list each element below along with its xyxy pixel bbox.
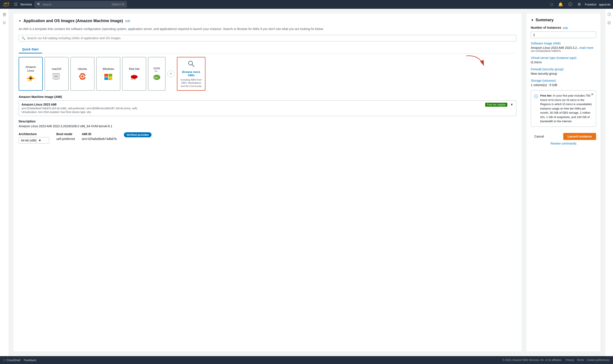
amazon-linux-logo: aws [26, 75, 36, 82]
ami-card-label-redhat: Red Hat [129, 67, 139, 71]
ami-section: ▼ Application and OS Images (Amazon Mach… [13, 13, 522, 352]
ami-grid: AmazonLinux aws [19, 57, 516, 91]
terms-link[interactable]: Terms [577, 359, 584, 362]
ami-selector-label: Amazon Machine Image (AMI) [19, 95, 516, 99]
verified-provider-badge: Verified provider [124, 132, 152, 137]
instances-input[interactable] [531, 32, 596, 38]
instance-type-row: Virtual server type (instance type) t2.m… [531, 56, 596, 64]
feedback-button[interactable]: Feedback [24, 359, 36, 362]
svg-text:aws: aws [28, 79, 31, 81]
search-input[interactable] [42, 3, 110, 6]
section-info-link[interactable]: Info [125, 19, 130, 23]
boot-mode-label: Boot mode [56, 132, 75, 136]
ami-card-ubuntu[interactable]: Ubuntu ubuntu ® [70, 57, 95, 91]
svg-text:SUSE: SUSE [154, 77, 158, 78]
ami-search-icon: 🔍 [22, 36, 25, 40]
svg-rect-7 [53, 73, 60, 74]
aws-logo[interactable] [3, 2, 11, 7]
summary-title: Summary [536, 18, 554, 22]
search-icon: 🔍 [37, 3, 41, 6]
ubuntu-logo: ubuntu ® [77, 73, 88, 80]
read-more-link[interactable]: read more [579, 46, 594, 50]
ami-card-label-windows: Windows [103, 67, 114, 71]
help-icon[interactable]: ⓘ [568, 2, 572, 7]
ami-card-macos[interactable]: macOS Mac [44, 57, 69, 91]
launch-instance-button[interactable]: Launch instance [563, 133, 596, 140]
software-image-label[interactable]: Software Image (AMI) [531, 42, 596, 45]
account-menu[interactable]: appcircle [599, 3, 610, 6]
architecture-value: 64-bit (x86) [21, 139, 37, 142]
firewall-label[interactable]: Firewall (security group) [531, 67, 596, 71]
ami-id-item: AMI ID ami-025a6a5beb74db87b [82, 132, 117, 141]
region-selector[interactable]: Frankfurt [585, 3, 596, 6]
software-image-id: ami-025a6a5beb74db87b [531, 50, 596, 52]
browse-more-amis-card[interactable]: Browse more AMIs Including AMIs from AWS… [177, 57, 205, 91]
review-commands-link[interactable]: Review commands [531, 142, 596, 145]
search-shortcut: [Option+S] [112, 3, 124, 6]
svg-text:Microsoft: Microsoft [105, 79, 110, 80]
copyright-text: © 2024, Amazon Web Services, Inc. or its… [503, 359, 562, 362]
ami-card-amazon-linux[interactable]: AmazonLinux aws [19, 57, 43, 91]
cloudshell-icon[interactable]: □ [550, 2, 553, 7]
windows-logo: Microsoft [103, 73, 114, 80]
boot-mode-item: Boot mode uefi-preferred [56, 132, 75, 141]
location-sidebar-icon[interactable]: ◱ [608, 20, 611, 25]
ami-card-label: AmazonLinux [26, 65, 36, 73]
verified-provider-item: Verified provider [124, 132, 152, 138]
svg-rect-19 [104, 74, 108, 77]
privacy-link[interactable]: Privacy [566, 359, 574, 362]
storage-label[interactable]: Storage (volumes) [531, 79, 596, 82]
cloudshell-label: CloudShell [7, 359, 20, 362]
section-header: ▼ Application and OS Images (Amazon Mach… [19, 19, 516, 23]
settings-icon[interactable]: ⚙ [577, 2, 581, 7]
instances-row: Number of instances Info [531, 26, 596, 38]
cloudshell-icon: □ [3, 359, 5, 362]
instance-type-label[interactable]: Virtual server type (instance type) [531, 56, 596, 60]
search-bar[interactable]: 🔍 [Option+S] [35, 1, 127, 7]
summary-panel: ▼ Summary Number of instances Info Softw… [526, 13, 601, 352]
right-sidebar: ⓘ ◱ [605, 9, 613, 356]
browse-more-title: Browse more AMIs [180, 70, 202, 77]
svg-point-13 [81, 75, 83, 78]
services-nav[interactable]: Services [20, 3, 32, 6]
ami-card-windows[interactable]: Windows Microsoft [96, 57, 120, 91]
grid-icon[interactable]: ☷ [14, 2, 17, 7]
action-buttons: Cancel Launch instance [531, 130, 596, 140]
ami-dropdown[interactable]: Amazon Linux 2023 AMI ami-025a6a5beb74db… [19, 100, 516, 116]
instances-label: Number of instances [531, 26, 561, 29]
menu-toggle-button[interactable]: ☰ [3, 12, 6, 17]
svg-rect-10 [53, 79, 59, 80]
scroll-right-button[interactable]: > [167, 70, 174, 77]
sidebar-toggle: ☰ ◱ [0, 9, 9, 356]
cloudshell-button[interactable]: □ CloudShell [3, 359, 20, 362]
instances-info-link[interactable]: Info [563, 26, 568, 30]
svg-text:®: ® [83, 78, 84, 80]
content-area: ▼ Application and OS Images (Amazon Mach… [9, 9, 605, 356]
architecture-item: Architecture 64-bit (x86) ▼ [19, 132, 49, 144]
architecture-select[interactable]: 64-bit (x86) ▼ [19, 137, 49, 144]
ami-card-label-suse: SUSELi... [153, 67, 160, 72]
free-tier-badge: Free tier eligible [485, 103, 507, 107]
svg-point-14 [79, 74, 81, 76]
svg-text:Red Hat: Red Hat [131, 78, 136, 80]
ami-search-input[interactable] [27, 36, 514, 40]
ami-meta-row: Architecture 64-bit (x86) ▼ Boot mode ue… [19, 132, 516, 144]
ami-card-suse[interactable]: SUSELi... SUSE [148, 57, 165, 91]
storage-row: Storage (volumes) 1 volume(s) - 8 GiB [531, 79, 596, 87]
bell-icon[interactable]: 🔔 [558, 2, 563, 7]
ami-dropdown-meta1: ami-025a6a5beb74db87b (64-bit (x86), uef… [22, 107, 137, 110]
cancel-button[interactable]: Cancel [531, 133, 547, 140]
ami-dropdown-chevron[interactable]: ▼ [510, 103, 514, 107]
tab-quick-start[interactable]: Quick Start [19, 46, 42, 53]
storage-value: 1 volume(s) - 8 GiB [531, 83, 557, 87]
description-value: Amazon Linux 2023 AMI 2023.3.20240108.0 … [19, 124, 516, 128]
free-tier-close-button[interactable]: ✕ [591, 92, 594, 96]
ami-card-redhat[interactable]: Red Hat Red Hat [122, 57, 146, 91]
info-sidebar-icon[interactable]: ⓘ [608, 12, 611, 17]
description-label: Description [19, 120, 516, 123]
cookie-preferences-link[interactable]: Cookie preferences [587, 359, 610, 362]
section-description: An AMI is a template that contains the s… [19, 27, 516, 31]
bottom-bar: □ CloudShell Feedback © 2024, Amazon Web… [0, 356, 613, 364]
collapse-triangle[interactable]: ▼ [19, 19, 21, 23]
browse-more-subtitle: Including AMIs from AWS, Marketplace and… [180, 78, 202, 88]
